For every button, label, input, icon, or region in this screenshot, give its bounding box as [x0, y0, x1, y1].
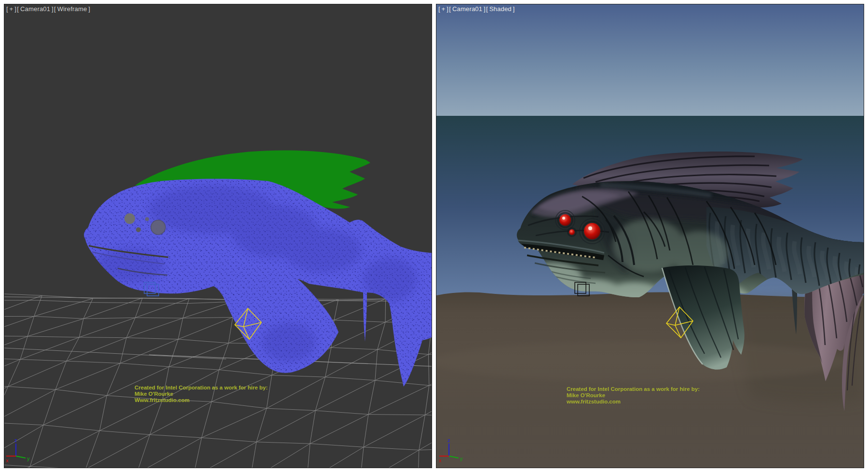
- svg-text:Mike O'Rourke: Mike O'Rourke: [135, 391, 173, 397]
- svg-text:x: x: [6, 458, 9, 463]
- svg-text:Www.fritzstudio.com: Www.fritzstudio.com: [135, 397, 190, 403]
- svg-text:Mike O'Rourke: Mike O'Rourke: [567, 392, 605, 398]
- svg-text:Created for Intel Corporation: Created for Intel Corporation as a work …: [567, 386, 700, 392]
- svg-text:Created for Intel Corporation: Created for Intel Corporation as a work …: [135, 385, 268, 390]
- svg-text:y: y: [460, 456, 463, 461]
- svg-text:z: z: [14, 437, 17, 443]
- svg-text:x: x: [439, 458, 442, 463]
- svg-text:y: y: [27, 456, 30, 461]
- svg-text:z: z: [448, 437, 450, 443]
- svg-text:www.fritzstudio.com: www.fritzstudio.com: [566, 399, 621, 404]
